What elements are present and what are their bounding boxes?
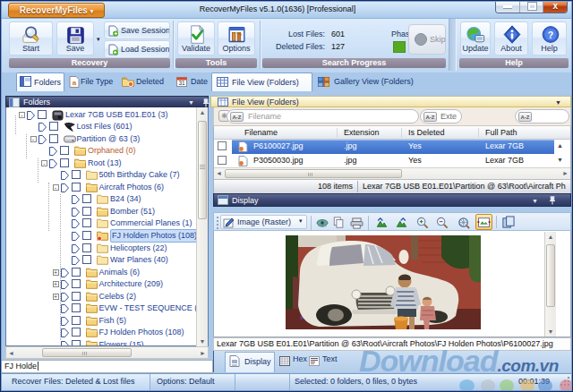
svg-text:a: a [73, 79, 77, 87]
svg-text:?: ? [548, 30, 553, 40]
svg-text:31: 31 [178, 80, 185, 86]
